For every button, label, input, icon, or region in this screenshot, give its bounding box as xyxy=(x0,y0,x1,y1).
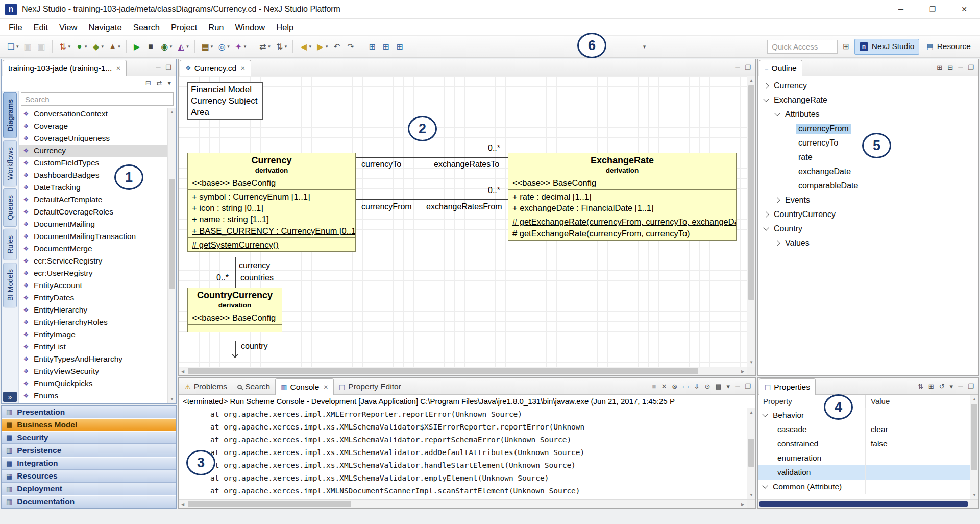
collapse-all-icon[interactable]: ⊟ xyxy=(947,64,953,72)
diagram-note[interactable]: Financial Model Currency Subject Area xyxy=(187,82,263,120)
view-menu-icon[interactable]: ▾ xyxy=(167,79,171,87)
property-row-cascade[interactable]: cascade clear xyxy=(758,422,978,437)
perspective-nexj-studio[interactable]: n NexJ Studio xyxy=(854,39,920,55)
search-input[interactable] xyxy=(21,92,174,106)
open-perspective-icon[interactable]: ⊞ xyxy=(843,42,849,51)
add-attribute-icon[interactable]: ⊞ xyxy=(379,39,392,54)
section-item[interactable]: ▦Documentation xyxy=(2,495,176,508)
association-line-exchangeRatesTo[interactable] xyxy=(356,157,508,158)
unit-test-icon[interactable]: ◭▾ xyxy=(175,39,190,54)
minimize-view-icon[interactable]: ─ xyxy=(735,64,740,72)
synchronize-icon[interactable]: ⇅▾ xyxy=(273,39,289,54)
object-browser-icon[interactable]: ◎▾ xyxy=(215,39,231,54)
add-event-icon[interactable]: ⊞ xyxy=(393,39,406,54)
explorer-item[interactable]: ❖DashboardBadges xyxy=(19,169,167,181)
class-attribute[interactable]: + BASE_CURRENCY : CurrencyEnum [0..1] xyxy=(188,225,355,236)
explorer-scrollbar[interactable]: ▲ ▼ xyxy=(167,108,176,403)
association-label[interactable]: currencyFrom xyxy=(361,202,412,211)
console-hscrollbar[interactable]: ◀ ▶ xyxy=(179,499,747,508)
section-item[interactable]: ▦Presentation xyxy=(2,406,176,418)
class-operation[interactable]: # getSystemCurrency() xyxy=(188,239,355,250)
explorer-item[interactable]: ❖DateTracking xyxy=(19,181,167,194)
explorer-item[interactable]: ❖EnumQuickpicks xyxy=(19,377,167,390)
scroll-right-icon[interactable]: ▶ xyxy=(739,501,747,508)
explorer-item[interactable]: ❖ecr:ServiceRegistry xyxy=(19,255,167,267)
explorer-item[interactable]: ❖ConversationContext xyxy=(19,108,167,120)
side-tab[interactable]: Diagrams xyxy=(3,92,17,138)
side-tab[interactable]: BI Models xyxy=(3,263,17,307)
back-icon[interactable]: ◀▾ xyxy=(297,39,313,54)
seed-data-icon[interactable]: ▲▾ xyxy=(106,39,122,54)
show-advanced-icon[interactable]: ⊞ xyxy=(928,383,934,390)
maximize-view-icon[interactable]: ❐ xyxy=(968,383,974,390)
scroll-up-icon[interactable]: ▲ xyxy=(747,409,755,416)
compare-icon[interactable]: ⇄▾ xyxy=(256,39,272,54)
quick-access-input[interactable] xyxy=(767,40,838,54)
class-operation[interactable]: # getExchangeRate(currencyFrom, currency… xyxy=(508,228,736,239)
explorer-item[interactable]: ❖ecr:UserRegistry xyxy=(19,267,167,279)
maximize-view-icon[interactable]: ❐ xyxy=(745,383,751,390)
database-tool-icon[interactable]: ▤▾ xyxy=(199,39,215,54)
class-operation[interactable]: # getExchangeRate(currencyFrom, currency… xyxy=(508,216,736,227)
terminate-icon[interactable]: ■ xyxy=(144,39,157,54)
outline-item-currency[interactable]: Currency xyxy=(758,79,978,93)
property-row-enumeration[interactable]: enumeration xyxy=(758,451,978,465)
scroll-up-icon[interactable]: ▲ xyxy=(747,77,755,84)
explorer-tab[interactable]: training-103-jade (training-1... ✕ xyxy=(3,60,127,76)
properties-hscrollbar[interactable] xyxy=(758,499,970,508)
minimize-view-icon[interactable]: ─ xyxy=(958,64,963,72)
toolbar-overflow-icon[interactable]: ▾ xyxy=(643,43,646,50)
scroll-down-icon[interactable]: ▼ xyxy=(168,395,176,403)
forward-icon[interactable]: ▶▾ xyxy=(314,39,330,54)
menu-item[interactable]: Run xyxy=(203,19,229,35)
class-countrycurrency[interactable]: CountryCurrency derivation <<base>> Base… xyxy=(187,288,282,332)
maximize-view-icon[interactable]: ❐ xyxy=(968,64,974,72)
menu-item[interactable]: Window xyxy=(230,19,271,35)
scrollbar-thumb[interactable] xyxy=(748,85,754,300)
close-tab-icon[interactable]: ✕ xyxy=(240,65,246,72)
maximize-view-icon[interactable]: ❐ xyxy=(165,64,172,72)
scroll-right-icon[interactable]: ▶ xyxy=(739,368,747,375)
pin-console-icon[interactable]: ⊙ xyxy=(704,383,710,390)
section-item[interactable]: ▦Business Model xyxy=(2,418,176,431)
tab-problems[interactable]: ⚠ Problems xyxy=(180,379,232,394)
section-item[interactable]: ▦Security xyxy=(2,431,176,444)
minimize-view-icon[interactable]: ─ xyxy=(156,64,160,72)
explorer-item[interactable]: ❖EntityList xyxy=(19,341,167,353)
explorer-item[interactable]: ❖CustomFieldTypes xyxy=(19,157,167,169)
run-icon[interactable]: ▶ xyxy=(131,39,143,54)
minimize-window-button[interactable]: ─ xyxy=(885,0,917,18)
restore-default-icon[interactable]: ↺ xyxy=(939,383,945,390)
side-tab[interactable]: Rules xyxy=(3,229,17,260)
redo-icon[interactable]: ↷ xyxy=(344,39,357,54)
scroll-down-icon[interactable]: ▼ xyxy=(747,359,755,366)
outline-item-events[interactable]: Events xyxy=(758,193,978,207)
outline-item-currencyfrom[interactable]: currencyFrom xyxy=(758,122,978,136)
scrollbar-thumb[interactable] xyxy=(748,439,754,467)
more-layers-button[interactable]: » xyxy=(3,392,17,402)
save-icon[interactable]: ▣ xyxy=(21,39,34,54)
explorer-item[interactable]: ❖EntityAccount xyxy=(19,279,167,292)
remove-launch-icon[interactable]: ✕ xyxy=(661,383,667,390)
scrollbar-thumb[interactable] xyxy=(760,501,968,507)
menu-item[interactable]: Project xyxy=(165,19,203,35)
association-label[interactable]: exchangeRatesTo xyxy=(434,160,499,169)
tab-properties[interactable]: ▤ Properties xyxy=(759,378,816,395)
class-attribute[interactable]: + icon : string [0..1] xyxy=(188,202,355,213)
scroll-left-icon[interactable]: ◀ xyxy=(179,368,187,375)
scrollbar-thumb[interactable] xyxy=(188,368,698,374)
menu-item[interactable]: Navigate xyxy=(83,19,128,35)
scrollbar-thumb[interactable] xyxy=(188,501,351,507)
console-vscrollbar[interactable]: ▲ ▼ xyxy=(747,408,755,499)
outline-item-country[interactable]: Country xyxy=(758,222,978,236)
maximize-view-icon[interactable]: ❐ xyxy=(745,64,751,72)
deploy-icon[interactable]: ◆▾ xyxy=(90,39,106,54)
explorer-item[interactable]: ❖Currency xyxy=(19,145,167,157)
scroll-lock-icon[interactable]: ⇩ xyxy=(694,383,699,390)
scroll-up-icon[interactable]: ▲ xyxy=(168,108,176,116)
explorer-item[interactable]: ❖EntityViewSecurity xyxy=(19,365,167,377)
explorer-item[interactable]: ❖DocumentMailingTransaction xyxy=(19,230,167,243)
section-item[interactable]: ▦Integration xyxy=(2,457,176,470)
explorer-item[interactable]: ❖DefaultCoverageRoles xyxy=(19,206,167,218)
editor-hscrollbar[interactable]: ◀ ▶ xyxy=(179,367,747,375)
